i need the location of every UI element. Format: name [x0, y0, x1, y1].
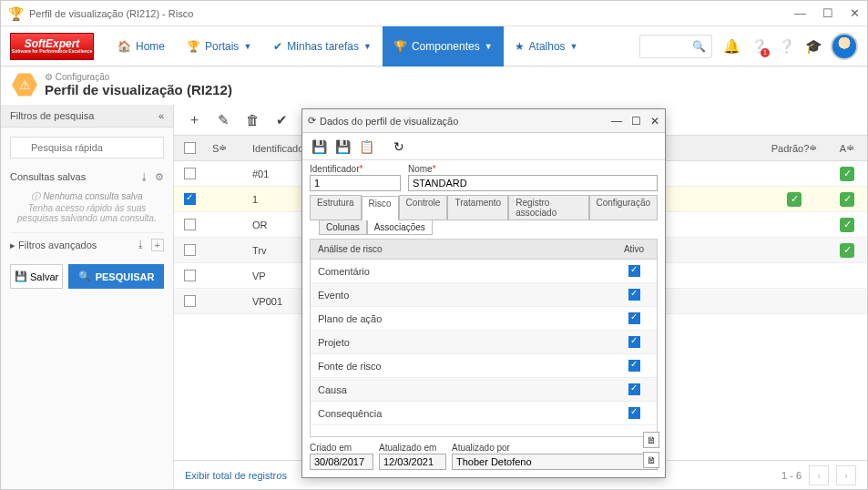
delete-button[interactable]: 🗑	[240, 107, 265, 133]
col-a[interactable]: A ≑	[827, 142, 867, 154]
graduation-icon[interactable]: 🎓	[800, 33, 827, 60]
app-icon: 🏆	[8, 6, 24, 21]
nav-tasks[interactable]: ✔Minhas tarefas▼	[262, 26, 383, 66]
tab-risco[interactable]: Risco	[362, 196, 399, 220]
quick-search-input[interactable]	[10, 137, 164, 158]
grid-row[interactable]: Fonte de risco	[311, 354, 657, 378]
download-icon[interactable]: ⭳	[136, 239, 146, 251]
tab-estrutura[interactable]: Estrutura	[310, 195, 362, 219]
subtab-colunas[interactable]: Colunas	[319, 220, 367, 235]
filters-header-label: Filtros de pesquisa	[10, 110, 94, 121]
brand-logo: SoftExpertSoftware for Performance Excel…	[10, 33, 94, 60]
nav-portals[interactable]: 🏆Portais▼	[176, 26, 262, 66]
tab-tratamento[interactable]: Tratamento	[447, 195, 508, 219]
created-value	[310, 454, 373, 470]
select-all-checkbox[interactable]	[184, 142, 196, 154]
grid-row-label: Consequência	[311, 408, 611, 419]
tab-configuração[interactable]: Configuração	[589, 195, 658, 219]
grid-row-label: Comentário	[311, 266, 611, 277]
window-minimize-icon[interactable]: —	[794, 6, 806, 20]
tab-registro associado[interactable]: Registro associado	[508, 195, 588, 219]
grid-row[interactable]: Consequência	[311, 402, 657, 425]
export-button[interactable]: 🗎	[643, 432, 659, 448]
nav-home-label: Home	[136, 40, 165, 53]
modal-maximize-icon[interactable]: ☐	[631, 115, 641, 128]
grid-row[interactable]: Projeto	[311, 331, 657, 354]
row-checkbox[interactable]	[184, 244, 196, 256]
nav-shortcuts[interactable]: ★Atalhos▼	[504, 26, 589, 66]
check-badge: ✓	[840, 167, 854, 181]
bell-icon[interactable]: 🔔	[718, 33, 745, 60]
modal-copy-button[interactable]: 📋	[355, 136, 377, 158]
modal-refresh-button[interactable]: ↻	[388, 136, 410, 158]
page-range: 1 - 6	[781, 470, 802, 481]
saved-none-text: Tenha acesso rápido às suas pesquisas sa…	[10, 203, 164, 223]
col-pad[interactable]: Padrão? ≑	[761, 142, 827, 154]
nav-components[interactable]: 🏆Componentes▼	[383, 26, 504, 66]
subtab-associações[interactable]: Associações	[367, 220, 433, 235]
window-close-icon[interactable]: ✕	[850, 6, 860, 20]
window-title: Perfil de visualização (RI212) - Risco	[29, 8, 794, 19]
grid-row[interactable]: Plano de ação	[311, 307, 657, 331]
nav-shortcuts-label: Atalhos	[529, 40, 566, 53]
active-checkbox[interactable]	[628, 383, 640, 395]
global-search-input[interactable]: 🔍	[639, 35, 712, 58]
modal-save-exit-button[interactable]: 💾	[332, 136, 353, 158]
check-icon: ✔	[273, 40, 282, 53]
association-grid: Análise de risco Ativo Comentário Evento…	[310, 239, 658, 437]
add-button[interactable]: ＋	[181, 107, 207, 133]
row-checkbox[interactable]	[184, 168, 196, 179]
row-checkbox[interactable]	[184, 295, 196, 307]
collapse-icon[interactable]: «	[158, 110, 164, 121]
grid-row-label: Causa	[311, 384, 611, 395]
col-s[interactable]: S ≑	[205, 142, 245, 154]
check-badge: ✓	[840, 192, 854, 207]
active-checkbox[interactable]	[628, 407, 640, 419]
filters-header: Filtros de pesquisa «	[1, 105, 173, 128]
id-input[interactable]	[310, 175, 401, 191]
help2-icon[interactable]: ❔	[772, 33, 800, 60]
user-avatar[interactable]	[831, 33, 858, 60]
modal-close-icon[interactable]: ✕	[650, 115, 659, 128]
updated-value	[379, 454, 446, 470]
active-checkbox[interactable]	[628, 336, 640, 348]
save-button[interactable]: 💾Salvar	[10, 264, 63, 289]
grid-row[interactable]: Evento	[311, 283, 657, 307]
grid-col-active: Ativo	[611, 244, 657, 254]
name-input[interactable]	[408, 175, 658, 191]
search-label: PESQUISAR	[96, 271, 155, 282]
home-icon: 🏠	[117, 40, 131, 53]
gear-icon[interactable]: ⚙	[155, 171, 164, 183]
gear-icon: ⚙	[45, 72, 53, 82]
add-icon[interactable]: +	[151, 239, 164, 251]
download-icon[interactable]: ⭳	[139, 171, 149, 183]
search-button[interactable]: 🔍PESQUISAR	[68, 264, 164, 289]
active-checkbox[interactable]	[628, 312, 640, 324]
id-label: Identificador	[310, 164, 359, 174]
row-checkbox[interactable]	[184, 193, 196, 205]
active-checkbox[interactable]	[628, 289, 640, 301]
nav-home[interactable]: 🏠Home	[107, 26, 176, 66]
tab-controle[interactable]: Controle	[399, 195, 448, 219]
save-label: Salvar	[30, 271, 58, 282]
modal-minimize-icon[interactable]: —	[611, 115, 622, 128]
import-button[interactable]: 🗎	[643, 452, 659, 468]
help-icon[interactable]: ❔1	[745, 33, 772, 60]
row-checkbox[interactable]	[184, 270, 196, 281]
prev-page-button[interactable]: ‹	[809, 465, 829, 485]
updated-by-value	[452, 454, 658, 470]
next-page-button[interactable]: ›	[836, 465, 856, 485]
grid-row[interactable]: Comentário	[311, 260, 657, 283]
check-badge: ✓	[840, 243, 854, 258]
modal-save-button[interactable]: 💾	[308, 136, 330, 158]
edit-button[interactable]: ✎	[210, 107, 236, 133]
grid-row[interactable]: Causa	[311, 378, 657, 402]
window-maximize-icon[interactable]: ☐	[822, 6, 833, 20]
row-checkbox[interactable]	[184, 219, 196, 230]
advanced-filters-label[interactable]: Filtros avançados	[18, 240, 97, 250]
active-checkbox[interactable]	[628, 265, 640, 277]
show-total-link[interactable]: Exibir total de registros	[185, 470, 287, 481]
approve-button[interactable]: ✔	[269, 107, 294, 133]
active-checkbox[interactable]	[628, 360, 640, 372]
saved-queries-label: Consultas salvas	[10, 171, 86, 183]
